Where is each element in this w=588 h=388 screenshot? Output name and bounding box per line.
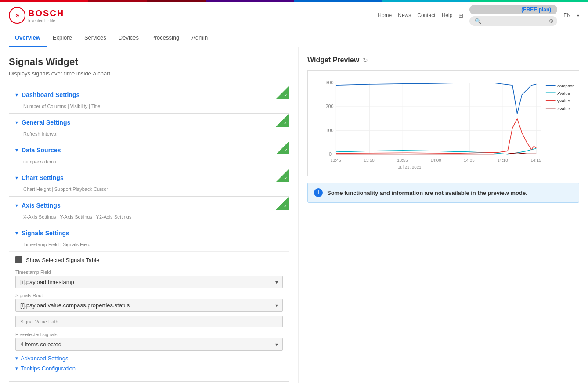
svg-text:14:00: 14:00 bbox=[430, 158, 441, 162]
free-plan-text: (FREE plan) bbox=[521, 7, 551, 13]
expand-icon[interactable]: ⊞ bbox=[458, 12, 463, 19]
section-axis: ▾ Axis Settings X-Axis Settings | Y-Axis… bbox=[9, 197, 289, 224]
page-subtitle: Displays signals over time inside a char… bbox=[9, 70, 289, 77]
logo-tagline: Invented for life bbox=[28, 18, 64, 23]
section-datasources: ▾ Data Sources compass-demo bbox=[9, 141, 289, 169]
logo-text: BOSCH bbox=[28, 8, 64, 18]
section-signals: ▾ Signals Settings Timestamp Field | Sig… bbox=[9, 224, 289, 382]
left-panel: Signals Widget Displays signals over tim… bbox=[0, 47, 299, 383]
svg-text:13:50: 13:50 bbox=[364, 158, 375, 162]
nav-overview[interactable]: Overview bbox=[9, 29, 47, 47]
nav-processing[interactable]: Processing bbox=[145, 29, 185, 47]
nav-help[interactable]: Help bbox=[442, 12, 453, 18]
svg-text:200: 200 bbox=[325, 104, 333, 109]
svg-text:zValue: zValue bbox=[557, 106, 570, 111]
svg-text:compassDirection: compassDirection bbox=[557, 83, 574, 88]
header: ⊙ BOSCH Invented for life Home News Cont… bbox=[0, 2, 588, 29]
show-table-checkbox[interactable] bbox=[15, 256, 22, 263]
chevron-down-icon: ▾ bbox=[15, 202, 18, 208]
page-title: Signals Widget bbox=[9, 56, 289, 68]
preselected-value: 4 items selected bbox=[20, 341, 61, 348]
section-axis-header[interactable]: ▾ Axis Settings bbox=[9, 197, 289, 214]
section-axis-title: Axis Settings bbox=[22, 202, 61, 209]
chevron-down-icon: ▾ bbox=[275, 302, 278, 309]
chart-area: 300 200 100 0 bbox=[312, 75, 574, 172]
advanced-settings-link[interactable]: ▾ Advanced Settings bbox=[15, 355, 283, 362]
section-signals-header[interactable]: ▾ Signals Settings bbox=[9, 224, 289, 242]
nav-news[interactable]: News bbox=[398, 12, 411, 18]
chart-svg: 300 200 100 0 bbox=[312, 75, 574, 172]
show-table-row: Show Selected Signals Table bbox=[15, 256, 283, 263]
svg-text:100: 100 bbox=[325, 128, 333, 133]
nav-contact[interactable]: Contact bbox=[417, 12, 435, 18]
accordion: ▾ Dashboard Settings Number of Columns |… bbox=[9, 86, 289, 382]
nav-services[interactable]: Services bbox=[78, 29, 112, 47]
svg-text:xValue: xValue bbox=[557, 91, 570, 96]
right-panel: Widget Preview ↻ 300 200 100 0 bbox=[299, 47, 588, 383]
show-table-label: Show Selected Signals Table bbox=[26, 257, 99, 263]
section-signals-title: Signals Settings bbox=[22, 230, 69, 237]
preselected-dropdown[interactable]: 4 items selected ▾ bbox=[15, 338, 283, 351]
chevron-down-icon: ▾ bbox=[275, 341, 278, 348]
section-dashboard-title: Dashboard Settings bbox=[22, 91, 79, 98]
chevron-down-icon: ▾ bbox=[15, 356, 18, 361]
section-dashboard-subtitle: Number of Columns | Visibility | Title bbox=[9, 104, 289, 113]
refresh-icon[interactable]: ↻ bbox=[363, 57, 368, 64]
header-right: Home News Contact Help ⊞ (FREE plan) 🔍 ⚙… bbox=[378, 5, 579, 26]
section-datasources-subtitle: compass-demo bbox=[9, 159, 289, 169]
section-axis-subtitle: X-Axis Settings | Y-Axis Settings | Y2-A… bbox=[9, 214, 289, 224]
signals-root-label: Signals Root bbox=[15, 293, 283, 298]
section-chart-header[interactable]: ▾ Chart Settings bbox=[9, 169, 289, 187]
nav-home[interactable]: Home bbox=[378, 12, 392, 18]
tooltips-link[interactable]: ▾ Tooltips Configuration bbox=[15, 365, 283, 372]
section-dashboard-header[interactable]: ▾ Dashboard Settings bbox=[9, 86, 289, 104]
chevron-down-icon: ▾ bbox=[15, 230, 18, 236]
footer-buttons: Cancel Add bbox=[9, 382, 289, 383]
free-plan-bar: (FREE plan) bbox=[469, 5, 557, 14]
main-nav: Overview Explore Services Devices Proces… bbox=[0, 29, 588, 47]
svg-text:yValue: yValue bbox=[557, 98, 570, 103]
nav-explore[interactable]: Explore bbox=[47, 29, 78, 47]
section-signals-subtitle: Timestamp Field | Signals Field bbox=[9, 242, 289, 251]
lang-chevron-icon[interactable]: ▾ bbox=[577, 13, 579, 18]
signals-root-value: [i].payload.value.compass.properties.sta… bbox=[20, 302, 130, 309]
section-general-header[interactable]: ▾ General Settings bbox=[9, 114, 289, 131]
signals-root-dropdown[interactable]: [i].payload.value.compass.properties.sta… bbox=[15, 299, 283, 312]
timestamp-field-group: Timestamp Field [i].payload.timestamp ▾ bbox=[15, 269, 283, 288]
section-dashboard: ▾ Dashboard Settings Number of Columns |… bbox=[9, 86, 289, 114]
search-bar[interactable]: 🔍 ⚙ bbox=[469, 16, 557, 26]
info-banner: i Some functionality and information are… bbox=[307, 183, 579, 203]
widget-preview-header: Widget Preview ↻ bbox=[307, 56, 579, 64]
svg-text:13:45: 13:45 bbox=[330, 158, 341, 162]
signals-root-group: Signals Root [i].payload.value.compass.p… bbox=[15, 293, 283, 312]
chevron-down-icon: ▾ bbox=[15, 175, 18, 181]
svg-text:14:15: 14:15 bbox=[530, 158, 541, 162]
svg-text:14:05: 14:05 bbox=[464, 158, 475, 162]
tooltips-label: Tooltips Configuration bbox=[21, 365, 76, 372]
advanced-settings-label: Advanced Settings bbox=[21, 355, 68, 362]
section-chart: ▾ Chart Settings Chart Height | Support … bbox=[9, 169, 289, 197]
signal-value-path-group: Signal Value Path bbox=[15, 316, 283, 327]
nav-admin[interactable]: Admin bbox=[185, 29, 214, 47]
chevron-down-icon: ▾ bbox=[15, 92, 18, 98]
settings-icon[interactable]: ⚙ bbox=[549, 18, 554, 24]
timestamp-field-dropdown[interactable]: [i].payload.timestamp ▾ bbox=[15, 276, 283, 288]
signal-value-path-label: Signal Value Path bbox=[20, 319, 278, 324]
logo-icon: ⊙ bbox=[15, 13, 19, 18]
timestamp-field-label: Timestamp Field bbox=[15, 269, 283, 275]
widget-preview-title: Widget Preview bbox=[307, 56, 359, 64]
section-datasources-header[interactable]: ▾ Data Sources bbox=[9, 141, 289, 159]
nav-devices[interactable]: Devices bbox=[112, 29, 145, 47]
info-text: Some functionality and information are n… bbox=[327, 190, 527, 196]
svg-text:0: 0 bbox=[329, 151, 332, 157]
preselected-label: Preselected signals bbox=[15, 332, 283, 337]
svg-text:14:10: 14:10 bbox=[497, 158, 508, 162]
section-datasources-title: Data Sources bbox=[22, 147, 61, 154]
main-content: Signals Widget Displays signals over tim… bbox=[0, 47, 588, 383]
lang-selector[interactable]: EN bbox=[563, 12, 571, 18]
info-icon: i bbox=[314, 188, 323, 197]
svg-text:Jul 21, 2021: Jul 21, 2021 bbox=[398, 165, 421, 169]
section-general: ▾ General Settings Refresh Interval bbox=[9, 114, 289, 141]
section-chart-title: Chart Settings bbox=[22, 174, 64, 181]
chevron-down-icon: ▾ bbox=[15, 366, 18, 371]
